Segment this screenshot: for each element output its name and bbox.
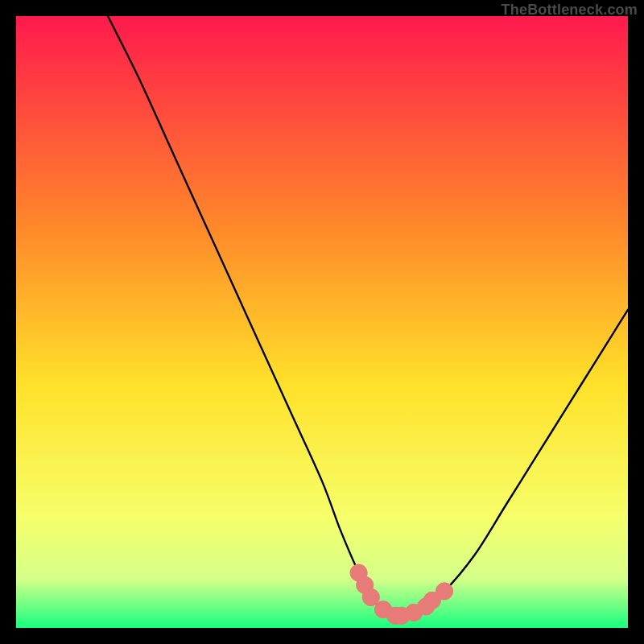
chart-frame: TheBottleneck.com — [0, 0, 644, 644]
plot-area — [16, 16, 628, 628]
curve-marker — [436, 583, 452, 600]
gradient-background — [16, 16, 628, 628]
bottleneck-chart — [16, 16, 628, 628]
